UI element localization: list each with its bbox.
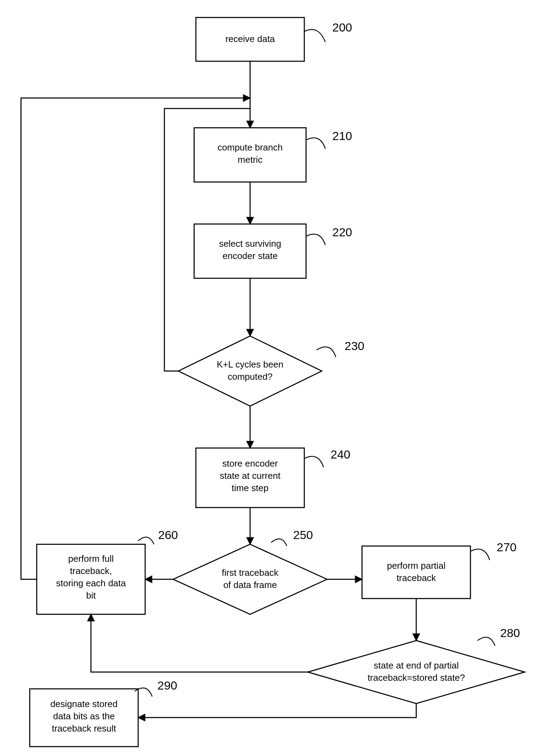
leader-270 xyxy=(470,549,490,560)
svg-marker-8 xyxy=(308,641,525,704)
leader-230 xyxy=(317,347,336,357)
leader-250 xyxy=(271,539,287,546)
node-designate-l1: designate stored xyxy=(50,699,118,709)
ref-200: 200 xyxy=(332,21,352,34)
node-receive-data: receive data xyxy=(196,18,304,61)
node-full-traceback-l4: bit xyxy=(86,590,96,601)
node-partial-traceback-l2: traceback xyxy=(397,573,437,583)
ref-230: 230 xyxy=(345,339,364,352)
node-designate-l3: traceback result xyxy=(52,723,116,734)
node-full-traceback-l2: traceback, xyxy=(70,566,112,576)
node-store-encoder-l1: store encoder xyxy=(222,458,278,469)
node-kl-cycles-l1: K+L cycles been xyxy=(217,359,284,370)
node-receive-data-label: receive data xyxy=(225,34,275,44)
node-first-traceback-of-data-frame: first traceback of data frame xyxy=(173,544,327,614)
node-state-equals-stored: state at end of partial traceback=stored… xyxy=(308,641,525,704)
node-store-encoder-l3: time step xyxy=(232,483,269,493)
node-first-traceback-l1: first traceback xyxy=(222,567,279,578)
ref-210: 210 xyxy=(332,129,352,142)
ref-220: 220 xyxy=(332,225,352,239)
node-designate-stored-bits: designate stored data bits as the traceb… xyxy=(30,689,138,747)
leader-240 xyxy=(304,456,324,467)
node-perform-full-traceback: perform full traceback, storing each dat… xyxy=(37,544,145,614)
node-select-surviving-l1: select surviving xyxy=(219,238,281,249)
svg-marker-5 xyxy=(173,544,327,614)
node-compute-branch-metric-l2: metric xyxy=(238,154,263,165)
ref-240: 240 xyxy=(331,448,350,461)
node-select-surviving-encoder-state: select surviving encoder state xyxy=(194,224,306,278)
leader-220 xyxy=(306,234,325,245)
node-kl-cycles-l2: computed? xyxy=(228,371,273,382)
leader-280 xyxy=(477,637,495,646)
node-compute-branch-metric: compute branch metric xyxy=(194,128,306,182)
node-compute-branch-metric-l1: compute branch xyxy=(218,142,283,153)
node-perform-partial-traceback: perform partial traceback xyxy=(362,546,470,599)
ref-270: 270 xyxy=(497,540,517,554)
node-state-eq-l1: state at end of partial xyxy=(374,660,459,671)
node-store-encoder-l2: state at current xyxy=(220,470,281,481)
node-kl-cycles-computed: K+L cycles been computed? xyxy=(178,336,322,406)
svg-rect-7 xyxy=(362,546,470,599)
connector-280-yes xyxy=(138,704,416,718)
ref-280: 280 xyxy=(500,626,520,639)
node-designate-l2: data bits as the xyxy=(53,711,115,721)
ref-250: 250 xyxy=(293,528,313,541)
svg-marker-3 xyxy=(178,336,322,406)
node-full-traceback-l3: storing each data xyxy=(56,578,126,588)
ref-290: 290 xyxy=(157,679,177,692)
leader-200 xyxy=(304,29,325,42)
ref-260: 260 xyxy=(158,528,178,541)
node-store-encoder-state: store encoder state at current time step xyxy=(196,448,304,508)
connector-280-no xyxy=(91,614,308,672)
node-partial-traceback-l1: perform partial xyxy=(387,560,446,571)
node-state-eq-l2: traceback=stored state? xyxy=(368,672,465,683)
node-first-traceback-l2: of data frame xyxy=(223,580,277,590)
leader-210 xyxy=(306,138,325,149)
leader-260 xyxy=(138,537,154,544)
node-full-traceback-l1: perform full xyxy=(68,553,114,564)
node-select-surviving-l2: encoder state xyxy=(222,251,278,261)
